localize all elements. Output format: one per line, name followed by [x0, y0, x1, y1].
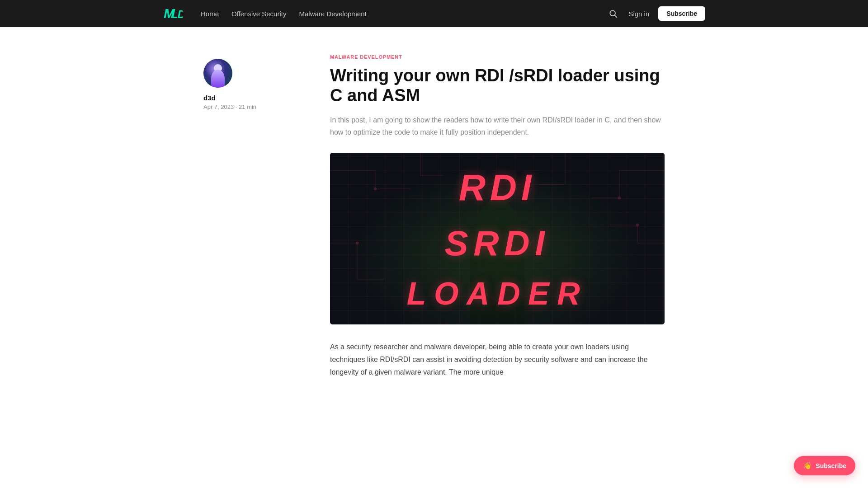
svg-point-20 — [374, 188, 377, 190]
author-meta: Apr 7, 2023 · 21 min — [203, 103, 303, 110]
nav-offensive-security[interactable]: Offensive Security — [231, 10, 286, 18]
logo-icon: M LD — [163, 3, 183, 23]
hero-text-loader: LOADER — [407, 276, 588, 312]
hero-canvas: RDI SRDI LOADER — [330, 153, 665, 324]
svg-point-21 — [356, 242, 359, 244]
svg-point-22 — [618, 197, 621, 199]
publish-date: Apr 7, 2023 — [203, 103, 234, 110]
category-tag: MALWARE DEVELOPMENT — [330, 54, 665, 60]
svg-line-3 — [615, 15, 617, 18]
article: MALWARE DEVELOPMENT Writing your own RDI… — [330, 54, 665, 379]
nav-home[interactable]: Home — [201, 10, 219, 18]
nav-links: Home Offensive Security Malware Developm… — [201, 10, 607, 18]
date-separator: · — [236, 103, 239, 110]
page-content: d3d Apr 7, 2023 · 21 min MALWARE DEVELOP… — [185, 27, 683, 406]
hero-text-rdi: RDI — [459, 166, 536, 209]
svg-point-23 — [636, 224, 639, 226]
article-title: Writing your own RDI /sRDI loader using … — [330, 66, 665, 105]
author-avatar — [203, 59, 232, 88]
search-button[interactable] — [607, 7, 619, 20]
sign-in-link[interactable]: Sign in — [628, 10, 649, 18]
svg-text:LD: LD — [171, 8, 183, 20]
subscribe-button[interactable]: Subscribe — [658, 6, 705, 21]
avatar-image — [203, 59, 232, 88]
nav-malware-development[interactable]: Malware Development — [299, 10, 366, 18]
logo[interactable]: M LD — [163, 3, 183, 24]
hero-image: RDI SRDI LOADER — [330, 153, 665, 324]
avatar-figure — [211, 70, 225, 88]
author-name: d3d — [203, 94, 303, 102]
read-time: 21 min — [239, 103, 256, 110]
article-body-text: As a security researcher and malware dev… — [330, 341, 665, 379]
navbar: M LD Home Offensive Security Malware Dev… — [0, 0, 868, 27]
nav-actions: Sign in Subscribe — [607, 6, 705, 21]
sidebar: d3d Apr 7, 2023 · 21 min — [203, 54, 303, 379]
article-excerpt: In this post, I am going to show the rea… — [330, 114, 665, 138]
hero-text-srdi: SRDI — [444, 223, 550, 264]
search-icon — [609, 9, 618, 18]
